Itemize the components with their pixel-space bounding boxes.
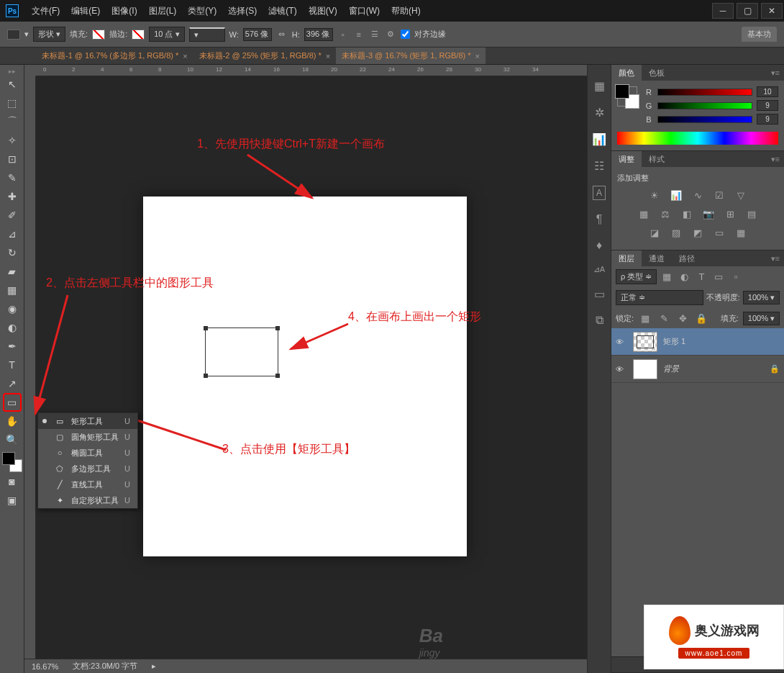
menu-help[interactable]: 帮助(H)	[386, 5, 427, 17]
tab-adjustments[interactable]: 调整	[611, 151, 642, 168]
lock-trans-icon[interactable]: ▦	[638, 311, 652, 325]
path-select-tool[interactable]: ↗	[3, 374, 22, 393]
align-edges-checkbox[interactable]	[401, 30, 410, 39]
brightness-icon[interactable]: ☀	[647, 188, 662, 202]
flyout-rectangle[interactable]: ▭矩形工具U	[38, 413, 137, 429]
fill-input[interactable]: 100% ▾	[743, 312, 780, 325]
workspace-button[interactable]: 基本功	[742, 27, 777, 42]
screenmode-tool[interactable]: ▣	[3, 491, 22, 510]
doc-tab-2[interactable]: 未标题-2 @ 25% (矩形 1, RGB/8) *×	[193, 48, 337, 64]
flyout-rounded-rect[interactable]: ▢圆角矩形工具U	[38, 429, 137, 445]
photo-filter-icon[interactable]: 📷	[701, 207, 716, 221]
tab-layers[interactable]: 图层	[611, 250, 642, 267]
posterize-icon[interactable]: ▨	[669, 225, 683, 240]
zoom-level[interactable]: 16.67%	[32, 662, 58, 671]
stroke-width-dropdown[interactable]: 10 点 ▾	[149, 27, 184, 42]
blur-tool[interactable]: ◉	[3, 299, 22, 318]
marquee-tool[interactable]: ⬚	[3, 94, 22, 112]
layer-thumbnail[interactable]	[633, 332, 657, 352]
r-slider[interactable]	[657, 89, 752, 96]
eyedropper-tool[interactable]: ✎	[3, 168, 22, 187]
menu-file[interactable]: 文件(F)	[26, 5, 65, 17]
lasso-tool[interactable]: ⌒	[3, 112, 22, 131]
rectangle-tool[interactable]: ▭	[3, 393, 22, 412]
filter-type-icon[interactable]: T	[694, 270, 708, 284]
tab-styles[interactable]: 样式	[642, 151, 672, 168]
doc-tab-1[interactable]: 未标题-1 @ 16.7% (多边形 1, RGB/8) *×	[36, 48, 193, 64]
properties-panel-icon[interactable]: 📊	[592, 132, 606, 146]
layer-name[interactable]: 背景	[663, 363, 764, 374]
tool-preset-icon[interactable]	[7, 30, 20, 40]
menu-view[interactable]: 视图(V)	[303, 5, 343, 17]
shape-mode-dropdown[interactable]: 形状 ▾	[33, 27, 65, 42]
clone-icon[interactable]: ⧉	[596, 314, 603, 327]
flyout-custom-shape[interactable]: ✦自定形状工具U	[38, 492, 137, 508]
layer-row-background[interactable]: 👁 背景 🔒	[611, 356, 784, 383]
stroke-style-dropdown[interactable]: ▾	[189, 27, 225, 42]
levels-icon[interactable]: 📊	[669, 188, 683, 202]
eraser-tool[interactable]: ▰	[3, 262, 22, 281]
type-tool[interactable]: T	[3, 356, 22, 374]
visibility-icon[interactable]: 👁	[616, 365, 627, 374]
menu-edit[interactable]: 编辑(E)	[65, 5, 106, 17]
b-slider[interactable]	[657, 116, 752, 123]
flyout-ellipse[interactable]: ○椭圆工具U	[38, 445, 137, 461]
balance-icon[interactable]: ⚖	[658, 207, 673, 221]
flyout-polygon[interactable]: ⬠多边形工具U	[38, 461, 137, 476]
gear-icon[interactable]: ⚙	[385, 29, 396, 40]
close-icon[interactable]: ×	[183, 52, 187, 60]
path-ops-icon[interactable]: ▫	[337, 29, 349, 40]
brushes-panel-icon[interactable]: ☷	[594, 159, 604, 173]
char-styles-panel-icon[interactable]: ♦	[596, 239, 602, 252]
threshold-icon[interactable]: ◩	[690, 225, 705, 240]
b-value[interactable]	[757, 114, 778, 125]
pen-tool[interactable]: ✒	[3, 337, 22, 356]
menu-image[interactable]: 图像(I)	[106, 5, 142, 17]
gradient-map-icon[interactable]: ▭	[712, 225, 726, 240]
gradient-tool[interactable]: ▦	[3, 281, 22, 299]
notes-icon[interactable]: ▭	[594, 287, 605, 301]
tab-color[interactable]: 颜色	[611, 65, 642, 81]
canvas-area[interactable]: 02 46 810 1214 1618 2022 2426 2830 3234 …	[24, 65, 587, 673]
height-input[interactable]	[304, 28, 333, 41]
tab-channels[interactable]: 通道	[642, 250, 672, 267]
close-icon[interactable]: ×	[475, 52, 480, 60]
selective-color-icon[interactable]: ▦	[734, 225, 748, 240]
close-button[interactable]: ✕	[761, 3, 783, 19]
layer-thumbnail[interactable]	[633, 359, 657, 379]
g-slider[interactable]	[657, 102, 752, 109]
history-panel-icon[interactable]: ▦	[594, 79, 605, 93]
stamp-tool[interactable]: ⊿	[3, 225, 22, 243]
color-swatches[interactable]	[2, 452, 22, 472]
maximize-button[interactable]: ▢	[737, 3, 758, 19]
exposure-icon[interactable]: ☑	[712, 188, 726, 202]
width-input[interactable]	[243, 28, 272, 41]
lock-paint-icon[interactable]: ✎	[657, 311, 671, 325]
menu-type[interactable]: 类型(Y)	[182, 5, 222, 17]
dodge-tool[interactable]: ◐	[3, 318, 22, 337]
brush-tool[interactable]: ✐	[3, 206, 22, 225]
healing-tool[interactable]: ✚	[3, 187, 22, 206]
panel-menu-icon[interactable]: ▾≡	[767, 68, 784, 78]
blend-mode-dropdown[interactable]: 正常 ≑	[616, 290, 703, 305]
panel-menu-icon[interactable]: ▾≡	[767, 155, 784, 164]
menu-filter[interactable]: 滤镜(T)	[263, 5, 302, 17]
hue-icon[interactable]: ▦	[637, 207, 651, 221]
foreground-color-swatch[interactable]	[2, 452, 15, 465]
lock-pos-icon[interactable]: ✥	[675, 311, 690, 325]
menu-window[interactable]: 窗口(W)	[343, 5, 386, 17]
g-value[interactable]	[757, 100, 778, 111]
tab-swatches[interactable]: 色板	[642, 65, 672, 81]
hand-tool[interactable]: ✋	[3, 412, 22, 430]
fill-swatch[interactable]	[92, 30, 105, 40]
move-tool[interactable]: ↖	[3, 75, 22, 94]
arrange-icon[interactable]: ☰	[369, 29, 380, 40]
curves-icon[interactable]: ∿	[690, 188, 705, 202]
layer-name[interactable]: 矩形 1	[663, 336, 780, 347]
align-icon[interactable]: ≡	[353, 29, 365, 40]
quickmask-tool[interactable]: ◙	[3, 472, 22, 491]
lut-icon[interactable]: ▤	[744, 207, 759, 221]
spectrum-picker[interactable]	[617, 132, 778, 145]
filter-smart-icon[interactable]: ▫	[729, 270, 743, 284]
menu-layer[interactable]: 图层(L)	[143, 5, 183, 17]
